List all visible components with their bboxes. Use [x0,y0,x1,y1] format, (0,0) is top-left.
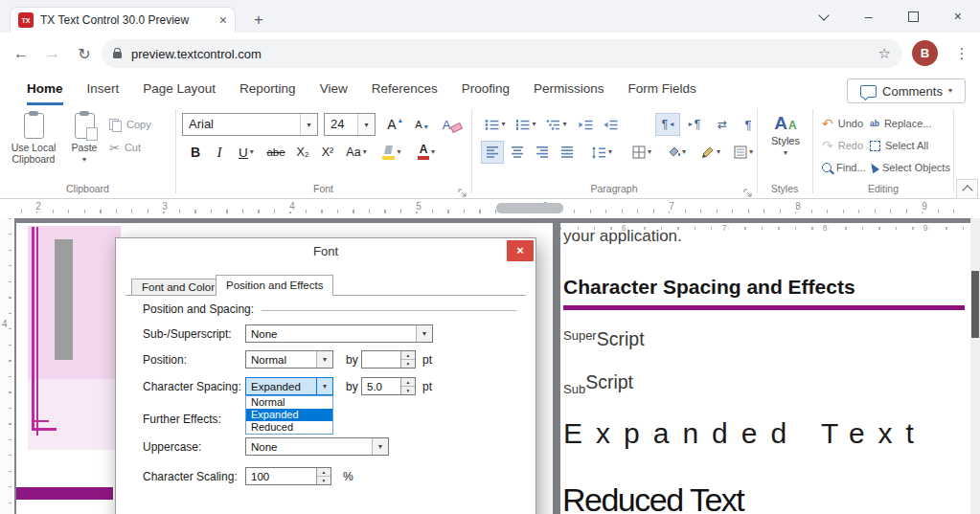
clear-formatting-button[interactable]: A [439,113,466,136]
multilevel-list-button[interactable]: ▾ [542,113,571,136]
subscript-button[interactable]: X₂ [291,141,314,164]
decrease-indent-button[interactable] [575,113,596,136]
collapse-ribbon-button[interactable] [956,179,978,199]
align-left-button[interactable] [481,141,504,164]
spin-down-icon[interactable]: ▾ [401,386,415,394]
position-select[interactable]: Normal ▾ [245,350,333,369]
shading-button[interactable]: ▾ [661,141,692,164]
character-scaling-input[interactable]: 100 ▴▾ [245,467,331,485]
copy-button[interactable]: Copy [109,115,169,134]
character-spacing-select[interactable]: Expanded ▾ [245,377,333,395]
ribbon-tab-insert[interactable]: Insert [87,75,120,105]
spin-up-icon[interactable]: ▴ [401,351,415,359]
window-minimize-button[interactable]: – [847,0,892,33]
dropdown-arrow-icon[interactable]: ▾ [372,438,388,455]
browser-tab[interactable]: TX TX Text Control 30.0 Preview × [10,7,236,33]
vertical-scrollbar-thumb[interactable] [971,271,979,338]
superscript-button[interactable]: X² [316,141,339,164]
strikethrough-button[interactable]: abe [262,141,289,164]
replace-button[interactable]: ab Replace... [870,114,931,133]
vertical-scrollbar[interactable] [970,218,980,514]
reload-button[interactable]: ↻ [71,40,98,67]
spin-up-icon[interactable]: ▴ [401,378,415,386]
url-text[interactable]: preview.textcontrol.com [131,47,869,61]
bold-button[interactable]: B [184,141,207,164]
dropdown-arrow-icon[interactable]: ▾ [316,351,332,368]
paragraph-rtl-button[interactable]: ▸ ¶ [682,113,707,136]
comments-button[interactable]: Comments ▾ [847,78,966,103]
address-bar[interactable]: preview.textcontrol.com ☆ [102,39,902,68]
paragraph-ltr-button[interactable]: ¶ ◂ [655,113,680,136]
ribbon-tab-proofing[interactable]: Proofing [462,75,510,105]
cut-button[interactable]: ✂ Cut [109,138,169,157]
font-family-select[interactable]: Arial ▾ [182,113,318,136]
tab-search-chevron-icon[interactable] [802,0,847,33]
horizontal-scrollbar-thumb[interactable] [496,203,563,213]
select-all-button[interactable]: Select All [870,136,928,155]
position-by-input[interactable]: ▴▾ [361,350,416,369]
spin-up-icon[interactable]: ▴ [317,468,330,476]
dropdown-arrow-icon[interactable]: ▾ [300,114,317,135]
find-button[interactable]: Find... [822,158,866,177]
formatting-marks-button[interactable]: ¶ [738,113,759,136]
character-spacing-dropdown-list[interactable]: Normal Expanded Reduced [245,395,333,435]
spin-down-icon[interactable]: ▾ [317,476,330,484]
ribbon-tab-reporting[interactable]: Reporting [239,75,296,105]
select-objects-button[interactable]: Select Objects [870,158,950,177]
spin-down-icon[interactable]: ▾ [401,359,415,368]
dialog-title[interactable]: Font [116,238,536,265]
bulleted-list-button[interactable]: ▾ [481,113,510,136]
paste-button[interactable]: Paste ▾ [63,109,105,184]
ribbon-tab-view[interactable]: View [320,75,348,105]
text-direction-button[interactable]: ⇄ [711,113,734,136]
ribbon-tab-form-fields[interactable]: Form Fields [628,75,696,105]
styles-button[interactable]: A A Styles ▾ [761,111,810,182]
ribbon-tab-home[interactable]: Home [27,75,63,105]
borders-button[interactable]: ▾ [627,141,657,164]
pattern-button[interactable]: ▾ [730,141,757,164]
change-case-button[interactable]: Aa ▾ [341,141,372,164]
browser-menu-icon[interactable]: ⋮ [948,40,975,67]
grow-font-button[interactable]: A ▴ [383,113,406,136]
ribbon-tab-page-layout[interactable]: Page Layout [143,75,216,105]
line-spacing-button[interactable]: ▾ [586,141,617,164]
new-tab-button[interactable]: + [247,9,270,32]
undo-button[interactable]: ↶ Undo [822,114,863,133]
italic-button[interactable]: I [209,141,230,164]
window-close-button[interactable]: × [936,0,980,33]
ribbon-tab-permissions[interactable]: Permissions [534,75,604,105]
align-center-button[interactable] [506,141,529,164]
align-right-button[interactable] [531,141,554,164]
numbered-list-button[interactable]: ▾ [512,113,540,136]
increase-indent-button[interactable] [600,113,621,136]
character-spacing-by-input[interactable]: 5.0 ▴▾ [361,377,416,395]
spacing-option-expanded[interactable]: Expanded [246,409,332,421]
use-local-clipboard-button[interactable]: Use Local Clipboard [6,109,61,184]
highlight-color-button[interactable]: ▾ [376,141,408,164]
font-color-button[interactable]: A ▾ [410,141,443,164]
profile-avatar[interactable]: B [912,40,938,66]
ribbon-tab-references[interactable]: References [372,75,438,105]
dropdown-arrow-icon[interactable]: ▾ [316,378,332,394]
shrink-font-button[interactable]: A ▾ [410,113,433,136]
tab-font-and-color[interactable]: Font and Color [131,279,225,295]
forward-button[interactable]: → [39,40,66,67]
window-maximize-button[interactable] [891,0,936,33]
tab-position-and-effects[interactable]: Position and Effects [216,275,333,296]
redo-button[interactable]: ↷ Redo [822,136,863,155]
spacing-option-reduced[interactable]: Reduced [246,421,332,434]
uppercase-select[interactable]: None ▾ [245,437,389,456]
underline-button[interactable]: U ▾ [232,141,261,164]
border-pen-button[interactable]: ▾ [695,141,726,164]
back-button[interactable]: ← [8,40,34,67]
spacing-option-normal[interactable]: Normal [246,396,332,409]
align-justify-button[interactable] [556,141,579,164]
font-size-select[interactable]: 24 ▾ [324,113,376,136]
dropdown-arrow-icon[interactable]: ▾ [416,325,432,342]
document-page-2[interactable]: 6 7 8 9 your application. Character Spac… [560,223,970,514]
bookmark-star-icon[interactable]: ☆ [878,45,891,62]
dialog-close-button[interactable]: × [507,240,534,261]
tab-close-icon[interactable]: × [219,13,227,27]
sub-superscript-select[interactable]: None ▾ [245,324,433,343]
dropdown-arrow-icon[interactable]: ▾ [357,114,375,135]
